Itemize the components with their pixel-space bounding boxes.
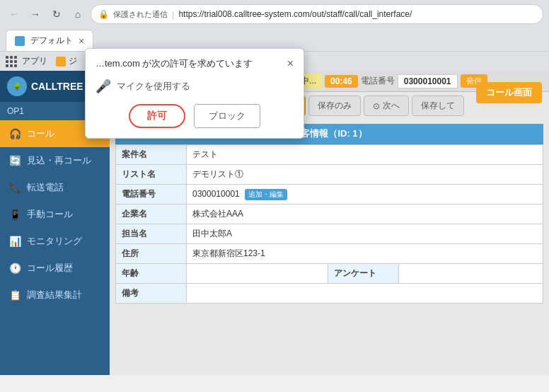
manual-icon: 📱 <box>8 208 21 221</box>
address-divider: | <box>172 9 174 20</box>
survey-value <box>399 264 543 284</box>
lock-icon: 🔒 <box>98 9 109 19</box>
case-name-label: 案件名 <box>116 145 187 165</box>
next-button[interactable]: ⊙ 次へ <box>364 96 409 116</box>
next-icon: ⊙ <box>373 101 380 111</box>
sidebar-item-survey[interactable]: 📋 調査結果集計 <box>0 282 110 309</box>
forward-button[interactable]: → <box>27 6 44 23</box>
table-row: 担当名 田中太郎A <box>116 224 543 244</box>
sidebar-item-manual[interactable]: 📱 手動コール <box>0 201 110 228</box>
sidebar-item-survey-label: 調査結果集計 <box>27 289 82 301</box>
next-button-label: 次へ <box>383 100 400 112</box>
person-label: 担当名 <box>116 224 187 244</box>
person-value: 田中太郎A <box>187 224 543 244</box>
age-label: 年齢 <box>116 264 187 284</box>
survey-label: アンケート <box>328 264 399 284</box>
sidebar-item-manual-label: 手動コール <box>27 208 73 221</box>
customer-info-table: 案件名 テスト リスト名 デモリスト① 電話番号 0300010001 追加・編… <box>115 144 543 304</box>
call-icon: 🎧 <box>8 127 21 140</box>
save-button-label: 保存して <box>421 100 455 112</box>
tel-num-label: 電話番号 <box>116 185 187 204</box>
dialog-title: …tem.com が次の許可を求めています <box>96 57 253 70</box>
tel-tag-button[interactable]: 追加・編集 <box>245 189 287 200</box>
company-label: 企業名 <box>116 204 187 224</box>
age-value <box>187 264 328 284</box>
allow-button[interactable]: 許可 <box>129 104 185 128</box>
case-name-value: テスト <box>187 145 543 165</box>
dialog-close-button[interactable]: × <box>287 58 294 69</box>
address-value: 東京都新宿区123-1 <box>187 244 543 264</box>
tel-num-value: 0300010001 追加・編集 <box>187 185 543 204</box>
sidebar-item-history-label: コール履歴 <box>27 262 73 275</box>
sidebar-item-prospects-label: 見込・再コール <box>27 154 91 167</box>
table-row: 案件名 テスト <box>116 145 543 165</box>
permission-dialog: …tem.com が次の許可を求めています × 🎤 マイクを使用する 許可 ブロ… <box>85 48 304 139</box>
save-only-button-label: 保存のみ <box>318 100 352 112</box>
bookmark1-label: ジ <box>69 55 77 67</box>
back-button[interactable]: ← <box>6 6 23 23</box>
bookmark-1[interactable]: ジ <box>52 54 81 69</box>
monitoring-icon: 📊 <box>8 235 21 248</box>
address-bar[interactable]: 🔒 保護された通信 | https://trial008.calltree-sy… <box>91 4 543 24</box>
list-name-label: リスト名 <box>116 165 187 185</box>
table-row: 住所 東京都新宿区123-1 <box>116 244 543 264</box>
call-timer: 00:46 <box>325 75 358 88</box>
note-label: 備考 <box>116 284 187 304</box>
note-value <box>187 284 543 304</box>
block-button[interactable]: ブロック <box>194 104 260 128</box>
save-only-button[interactable]: 保存のみ <box>308 96 361 116</box>
bookmark1-favicon <box>56 57 66 67</box>
dialog-mic-row: 🎤 マイクを使用する <box>96 79 294 94</box>
sidebar-item-transfer-label: 転送電話 <box>27 181 64 194</box>
transfer-icon: 📞 <box>8 181 21 194</box>
coiru-button[interactable]: コール画面 <box>476 82 542 103</box>
reload-button[interactable]: ↻ <box>48 6 65 23</box>
mic-permission-label: マイクを使用する <box>117 80 190 93</box>
tel-number: 0300010001 <box>398 74 458 88</box>
tab-title: デフォルト <box>30 35 73 47</box>
secure-label: 保護された通信 <box>113 9 168 20</box>
survey-icon: 📋 <box>8 289 21 301</box>
dialog-buttons: 許可 ブロック <box>96 104 294 128</box>
url-text: https://trial008.calltree-system.com/out… <box>178 9 536 19</box>
apps-button[interactable]: アプリ <box>6 55 47 67</box>
dialog-header: …tem.com が次の許可を求めています × <box>86 49 304 74</box>
table-row: 年齢 アンケート <box>116 264 543 284</box>
sidebar-item-monitoring[interactable]: 📊 モニタリング <box>0 228 110 255</box>
active-tab[interactable]: デフォルト × <box>6 30 93 51</box>
tab-close-button[interactable]: × <box>79 35 84 47</box>
logo-icon: 🌳 <box>7 76 27 96</box>
tel-num-text: 0300010001 <box>192 189 240 199</box>
sidebar-item-monitoring-label: モニタリング <box>27 235 82 248</box>
sidebar-item-prospects[interactable]: 🔄 見込・再コール <box>0 147 110 174</box>
sidebar-item-transfer[interactable]: 📞 転送電話 <box>0 174 110 201</box>
table-row: リスト名 デモリスト① <box>116 165 543 185</box>
sidebar-item-call-label: コール <box>27 127 54 140</box>
home-button[interactable]: ⌂ <box>69 6 86 23</box>
company-value: 株式会社AAA <box>187 204 543 224</box>
save-button[interactable]: 保存して <box>412 96 464 116</box>
address-label: 住所 <box>116 244 187 264</box>
dialog-body: 🎤 マイクを使用する 許可 ブロック <box>86 74 304 138</box>
browser-toolbar: ← → ↻ ⌂ 🔒 保護された通信 | https://trial008.cal… <box>0 0 549 28</box>
microphone-icon: 🎤 <box>96 79 111 94</box>
logo-text: CALLTREE <box>31 81 83 92</box>
tab-favicon <box>15 36 25 46</box>
sidebar-item-history[interactable]: 🕐 コール履歴 <box>0 255 110 282</box>
table-row: 備考 <box>116 284 543 304</box>
apps-label: アプリ <box>22 55 47 67</box>
tel-label: 電話番号 <box>361 75 395 87</box>
list-name-value: デモリスト① <box>187 165 543 185</box>
customer-section: 顧客情報（ID: 1） 案件名 テスト リスト名 デモリスト① 電話番号 030… <box>110 120 549 375</box>
table-row: 電話番号 0300010001 追加・編集 <box>116 185 543 204</box>
table-row: 企業名 株式会社AAA <box>116 204 543 224</box>
prospects-icon: 🔄 <box>8 154 21 167</box>
history-icon: 🕐 <box>8 262 21 275</box>
